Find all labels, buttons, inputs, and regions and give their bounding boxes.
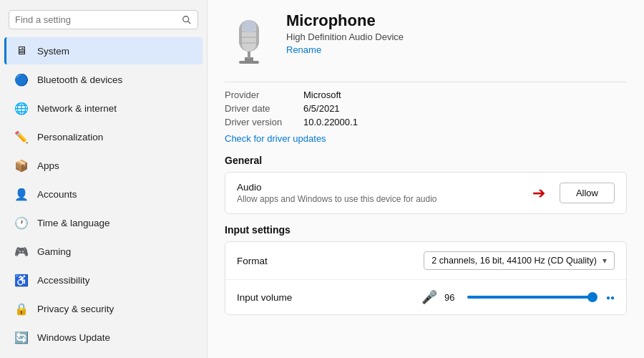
sidebar-item-system[interactable]: 🖥 System <box>4 37 203 64</box>
audio-info: Audio Allow apps and Windows to use this… <box>237 182 532 204</box>
allow-button[interactable]: Allow <box>560 183 615 203</box>
sidebar-item-time[interactable]: 🕐 Time & language <box>4 209 203 236</box>
volume-number: 96 <box>444 292 460 303</box>
microphone-svg-icon <box>229 14 269 66</box>
audio-desc: Allow apps and Windows to use this devic… <box>237 194 532 204</box>
sidebar-item-label: Bluetooth & devices <box>37 74 122 85</box>
date-row: Driver date 6/5/2021 <box>225 103 627 114</box>
version-row: Driver version 10.0.22000.1 <box>225 117 627 127</box>
sidebar-item-label: Accessibility <box>37 275 90 286</box>
gaming-icon: 🎮 <box>14 244 29 258</box>
sidebar-item-network[interactable]: 🌐 Network & internet <box>4 95 203 122</box>
sidebar-item-label: Privacy & security <box>37 304 114 314</box>
sidebar-item-privacy[interactable]: 🔒 Privacy & security <box>4 295 203 322</box>
update-icon: 🔄 <box>14 330 29 344</box>
check-driver-link[interactable]: Check for driver updates <box>225 133 326 144</box>
system-icon: 🖥 <box>14 44 29 58</box>
accessibility-icon: ♿ <box>14 273 29 287</box>
volume-slider[interactable] <box>467 296 596 299</box>
volume-controls: 🎤 96 ●● <box>421 289 615 305</box>
audio-title: Audio <box>237 182 532 193</box>
rename-link[interactable]: Rename <box>286 44 321 55</box>
input-settings-title: Input settings <box>225 224 627 236</box>
provider-value: Microsoft <box>303 90 341 100</box>
slider-thumb[interactable] <box>587 292 597 302</box>
search-box[interactable] <box>9 10 198 29</box>
time-icon: 🕐 <box>14 216 29 230</box>
arrow-right-icon: ➔ <box>532 184 545 203</box>
input-settings-card: Format 2 channels, 16 bit, 44100 Hz (CD … <box>225 241 627 315</box>
format-value: 2 channels, 16 bit, 44100 Hz (CD Quality… <box>431 256 597 266</box>
sidebar-item-label: Time & language <box>37 218 110 228</box>
chevron-down-icon: ▾ <box>602 256 607 266</box>
apps-icon: 📦 <box>14 158 29 173</box>
accounts-icon: 👤 <box>14 187 29 201</box>
sidebar-item-label: Gaming <box>37 246 71 257</box>
slider-fill <box>467 296 591 299</box>
privacy-icon: 🔒 <box>14 301 29 316</box>
device-subtitle: High Definition Audio Device <box>286 32 404 42</box>
device-info: Microphone High Definition Audio Device … <box>286 11 404 56</box>
sidebar-item-label: Windows Update <box>37 332 110 343</box>
main-content: Microphone High Definition Audio Device … <box>208 0 644 358</box>
sidebar-item-label: Personalization <box>37 132 103 142</box>
volume-row: Input volume 🎤 96 ●● <box>225 280 626 314</box>
slider-dots: ●● <box>606 294 615 301</box>
mic-small-icon: 🎤 <box>421 289 437 305</box>
driver-info: Provider Microsoft Driver date 6/5/2021 … <box>225 82 627 145</box>
svg-rect-3 <box>239 61 259 64</box>
sidebar-item-accounts[interactable]: 👤 Accounts <box>4 180 203 208</box>
search-input[interactable] <box>15 14 182 25</box>
sidebar-item-label: Apps <box>37 160 59 171</box>
bluetooth-icon: 🔵 <box>14 72 29 87</box>
sidebar-item-label: Accounts <box>37 189 77 200</box>
sidebar-item-bluetooth[interactable]: 🔵 Bluetooth & devices <box>4 66 203 93</box>
sidebar-item-gaming[interactable]: 🎮 Gaming <box>4 238 203 265</box>
date-label: Driver date <box>225 103 303 114</box>
sidebar-item-update[interactable]: 🔄 Windows Update <box>4 324 203 351</box>
sidebar-item-label: Network & internet <box>37 103 117 114</box>
version-value: 10.0.22000.1 <box>303 117 358 127</box>
svg-point-0 <box>183 16 189 21</box>
sidebar-item-accessibility[interactable]: ♿ Accessibility <box>4 266 203 294</box>
provider-row: Provider Microsoft <box>225 90 627 100</box>
general-section-title: General <box>225 155 627 166</box>
sidebar: 🖥 System 🔵 Bluetooth & devices 🌐 Network… <box>0 0 208 358</box>
svg-rect-10 <box>242 20 256 33</box>
general-card: Audio Allow apps and Windows to use this… <box>225 172 627 214</box>
volume-label: Input volume <box>237 292 421 303</box>
network-icon: 🌐 <box>14 101 29 115</box>
version-label: Driver version <box>225 117 303 127</box>
sidebar-item-personalization[interactable]: ✏️ Personalization <box>4 123 203 150</box>
device-header: Microphone High Definition Audio Device … <box>225 11 627 69</box>
format-dropdown[interactable]: 2 channels, 16 bit, 44100 Hz (CD Quality… <box>424 251 615 270</box>
svg-line-1 <box>188 21 191 24</box>
device-name: Microphone <box>286 11 404 30</box>
audio-action: ➔ Allow <box>532 183 615 203</box>
format-label: Format <box>237 256 424 266</box>
audio-row: Audio Allow apps and Windows to use this… <box>225 173 626 213</box>
provider-label: Provider <box>225 90 303 100</box>
microphone-icon-wrap <box>225 11 273 69</box>
date-value: 6/5/2021 <box>303 103 340 114</box>
sidebar-item-label: System <box>37 46 69 57</box>
personalization-icon: ✏️ <box>14 130 29 144</box>
format-row: Format 2 channels, 16 bit, 44100 Hz (CD … <box>225 242 626 280</box>
sidebar-item-apps[interactable]: 📦 Apps <box>4 152 203 179</box>
search-icon <box>182 15 192 25</box>
